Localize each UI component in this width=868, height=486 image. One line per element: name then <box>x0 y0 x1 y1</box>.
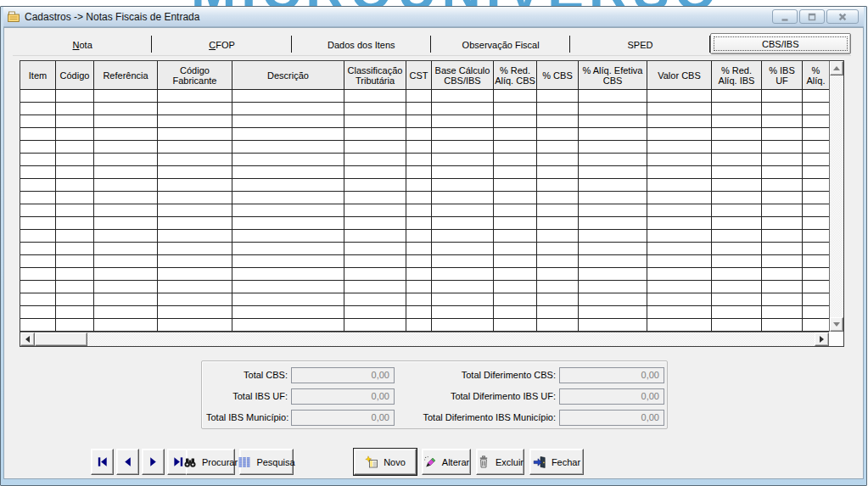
table-row[interactable] <box>20 115 829 128</box>
table-row[interactable] <box>20 268 829 281</box>
table-row[interactable] <box>20 154 829 166</box>
table-cell <box>432 128 494 140</box>
table-cell <box>158 192 232 204</box>
table-row[interactable] <box>20 281 829 293</box>
tab-sped[interactable]: SPED <box>570 35 709 55</box>
table-cell <box>647 281 712 293</box>
table-cell <box>344 293 406 305</box>
prior-record-button[interactable] <box>116 449 139 475</box>
table-cell <box>232 103 344 115</box>
table-cell <box>647 204 712 216</box>
table-cell <box>56 230 94 242</box>
table-cell <box>762 255 803 267</box>
minimize-button[interactable] <box>772 9 798 24</box>
table-cell <box>232 217 344 229</box>
table-cell <box>579 255 647 267</box>
tab-label: CBS/IBS <box>762 39 798 49</box>
next-record-button[interactable] <box>142 449 165 475</box>
table-cell <box>94 255 158 267</box>
total-cbs-field: 0,00 <box>291 367 395 383</box>
table-cell <box>158 293 232 305</box>
tab-label: Observação Fiscal <box>462 40 540 50</box>
table-cell <box>20 243 56 254</box>
table-row[interactable] <box>20 90 829 103</box>
novo-button[interactable]: Novo <box>354 449 417 475</box>
table-row[interactable] <box>20 217 829 230</box>
excluir-button[interactable]: Excluir <box>476 449 524 475</box>
close-button[interactable] <box>826 9 859 24</box>
grid-columns: ItemCódigoReferênciaCódigo FabricanteDes… <box>20 61 829 332</box>
total-diferimento-ibs-municipio-label: Total Diferimento IBS Município: <box>398 410 556 426</box>
table-cell <box>762 293 803 305</box>
first-record-button[interactable] <box>91 449 114 475</box>
tab-cbs-ibs[interactable]: CBS/IBS <box>710 33 851 54</box>
table-cell <box>762 319 803 331</box>
table-cell <box>232 166 344 178</box>
table-cell <box>406 319 432 331</box>
tab-label: SPED <box>627 40 652 50</box>
tab-cfop[interactable]: CFOP <box>152 35 291 55</box>
table-cell <box>20 306 56 318</box>
table-cell <box>647 230 712 242</box>
table-row[interactable] <box>20 179 829 192</box>
button-label: Novo <box>384 457 406 467</box>
pesquisa-button[interactable]: Pesquisa <box>239 449 294 475</box>
table-cell <box>432 217 494 229</box>
table-row[interactable] <box>20 319 829 332</box>
table-cell <box>537 230 579 242</box>
scrollbar-corner <box>829 332 843 346</box>
scroll-left-button[interactable] <box>20 332 35 346</box>
table-cell <box>712 166 762 178</box>
table-cell <box>406 243 432 254</box>
table-cell <box>803 268 829 280</box>
table-cell <box>537 179 579 191</box>
table-cell <box>432 243 494 254</box>
column-header-item: Item <box>20 61 56 89</box>
horizontal-scrollbar[interactable] <box>20 332 829 346</box>
table-cell <box>712 128 762 140</box>
table-row[interactable] <box>20 141 829 154</box>
table-cell <box>158 268 232 280</box>
procurar-button[interactable]: Procurar <box>186 449 235 475</box>
table-cell <box>494 204 537 216</box>
alterar-button[interactable]: Alterar <box>422 449 471 475</box>
window-controls <box>772 9 859 24</box>
table-cell <box>406 90 432 102</box>
table-cell <box>20 204 56 216</box>
table-row[interactable] <box>20 255 829 268</box>
table-cell <box>344 281 406 293</box>
maximize-button[interactable] <box>799 9 825 24</box>
table-row[interactable] <box>20 166 829 179</box>
scroll-down-button[interactable] <box>830 317 843 332</box>
table-row[interactable] <box>20 192 829 204</box>
scroll-right-button[interactable] <box>815 332 829 346</box>
table-row[interactable] <box>20 293 829 306</box>
table-cell <box>344 128 406 140</box>
column-header-codigo-fabricante: Código Fabricante <box>158 61 232 89</box>
tab-observacao-fiscal[interactable]: Observação Fiscal <box>431 35 570 55</box>
button-label: Procurar <box>202 457 238 467</box>
table-cell <box>158 319 232 331</box>
table-row[interactable] <box>20 243 829 255</box>
table-row[interactable] <box>20 128 829 141</box>
table-row[interactable] <box>20 103 829 115</box>
fechar-button[interactable]: Fechar <box>529 449 584 475</box>
vertical-scrollbar[interactable] <box>829 61 843 332</box>
tab-dados-dos-itens[interactable]: Dados dos Itens <box>292 35 431 55</box>
table-cell <box>158 115 232 127</box>
table-cell <box>579 306 647 318</box>
table-row[interactable] <box>20 306 829 319</box>
table-cell <box>762 268 803 280</box>
scroll-up-button[interactable] <box>830 61 843 75</box>
table-row[interactable] <box>20 204 829 217</box>
column-header-base-calculo-cbs-ibs: Base Cálculo CBS/IBS <box>432 61 494 89</box>
table-cell <box>158 230 232 242</box>
table-cell <box>712 90 762 102</box>
table-cell <box>803 154 829 165</box>
table-cell <box>712 230 762 242</box>
table-row[interactable] <box>20 230 829 243</box>
window-icon <box>7 10 20 24</box>
table-cell <box>94 204 158 216</box>
tab-nota[interactable]: Nota <box>13 35 152 55</box>
horizontal-scroll-thumb[interactable] <box>35 332 87 346</box>
